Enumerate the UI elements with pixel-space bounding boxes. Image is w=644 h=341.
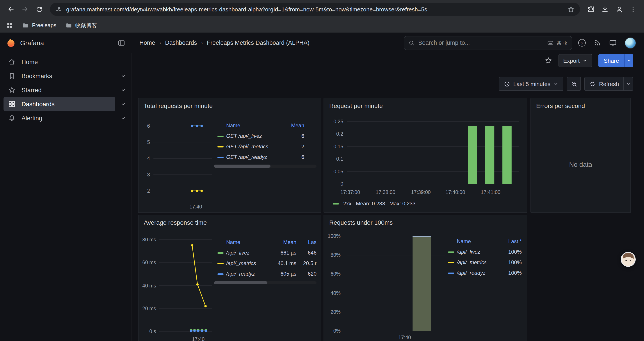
legend[interactable]: 2xx Mean: 0.233 Max: 0.233 [333,201,416,207]
refresh-interval-button[interactable] [624,77,633,91]
zoom-out-icon [571,81,577,87]
search-placeholder: Search or jump to... [418,40,470,46]
monitor-icon[interactable] [609,39,617,47]
share-menu-button[interactable] [624,54,633,67]
legend-table: Name Last * /api/_livez 100% /api/_metri… [444,236,522,278]
sidebar-item-alerting[interactable]: Alerting [0,111,131,125]
legend-row[interactable]: /api/_readyz 100% [444,268,522,278]
chevron-down-icon[interactable] [115,97,131,111]
help-icon[interactable]: ? [578,39,586,47]
bookmark-star-icon[interactable] [567,6,575,13]
profile-icon[interactable] [612,3,626,16]
panel-title[interactable]: Errors per second [531,98,630,109]
address-bar[interactable]: grafana.mathmast.com/d/deytv4rwavabkb/fr… [50,3,580,16]
legend-scrollbar[interactable] [214,165,316,168]
zoom-out-button[interactable] [567,77,581,91]
legend-header-row: Name Mean Las [214,237,316,247]
chevron-down-icon [554,81,559,87]
legend-row[interactable]: /api/_livez 661 µs 646 [214,247,316,258]
chart-average-response-time[interactable]: 80 ms60 ms40 ms20 ms0 s17:40 [138,234,214,341]
user-avatar[interactable] [625,37,636,49]
refresh-button[interactable]: Refresh [584,77,624,91]
chevron-down-icon[interactable] [115,111,131,125]
chevron-down-icon[interactable] [115,83,131,97]
sidebar-item-home[interactable]: Home [0,55,131,69]
bookmark-freeleaps[interactable]: Freeleaps [22,22,56,29]
sidebar-toggle-icon[interactable] [118,39,126,47]
chevron-down-icon [582,58,588,63]
breadcrumb-dashboards[interactable]: Dashboards [165,40,197,46]
legend-header-last[interactable]: Las [296,239,316,245]
folder-icon [22,22,29,29]
series-color-dash [448,272,454,274]
panel-title[interactable]: Requests under 100ms [324,215,527,226]
series-color-dash [448,251,454,253]
breadcrumb-home[interactable]: Home [140,40,155,46]
url-text: grafana.mathmast.com/d/deytv4rwavabkb/fr… [66,6,563,13]
legend-row[interactable]: GET /api/_readyz 6 [214,152,316,162]
menu-kebab-icon[interactable] [626,3,640,16]
downloads-icon[interactable] [598,3,612,16]
legend-header-name[interactable]: Name [448,238,500,244]
series-color-dash [448,262,454,263]
browser-toolbar: grafana.mathmast.com/d/deytv4rwavabkb/fr… [0,0,644,19]
panel-title[interactable]: Request per minute [324,98,527,109]
panel-average-response-time: Average response time 80 ms60 ms40 ms20 … [138,215,321,341]
legend-header-last[interactable]: Last * [500,238,522,244]
dashboard-actions: Export Share [544,54,633,67]
legend-header-mean[interactable]: Mean [271,239,296,245]
bookmark-blog[interactable]: 收藏博客 [65,22,97,29]
site-settings-icon[interactable] [55,6,62,13]
legend-max: Max: 0.233 [390,201,416,207]
bookmark-label: 收藏博客 [75,22,97,29]
panel-request-per-minute: Request per minute 0.250.20.150.10.05017… [324,98,528,213]
export-button[interactable]: Export [558,54,592,67]
back-button[interactable] [4,3,18,16]
legend-row[interactable]: /api/_livez 100% [444,247,522,257]
sidebar-item-label: Dashboards [22,101,54,108]
home-icon [8,58,16,66]
grafana-logo[interactable] [6,38,16,48]
legend-row[interactable]: /api/_readyz 605 µs 620 [214,269,316,279]
legend-row[interactable]: GET /api/_metrics 2 [214,141,316,152]
legend-row[interactable]: /api/_metrics 100% [444,257,522,268]
panel-title[interactable]: Average response time [138,215,321,226]
sidebar-item-bookmarks[interactable]: Bookmarks [0,69,131,83]
chart-requests-under-100ms[interactable]: 100%80%60%40%20%0%17:40 [324,234,451,341]
no-data-message: No data [531,161,630,168]
forward-button[interactable] [18,3,32,16]
legend-row[interactable]: /api/_metrics 40.1 ms 20.5 r [214,258,316,269]
series-color-dash [218,273,224,274]
extensions-icon[interactable] [584,3,598,16]
sidebar-item-dashboards[interactable]: Dashboards [0,97,131,111]
scrollbar-thumb[interactable] [214,281,267,284]
bookmark-icon [8,72,16,80]
legend-header-row: Name Mean [214,120,316,131]
legend-row[interactable]: GET /api/_livez 6 [214,131,316,141]
chart-request-per-minute[interactable]: 0.250.20.150.10.05017:37:0017:38:0017:39… [324,118,528,199]
favorite-star-icon[interactable] [544,57,552,65]
legend-header-name[interactable]: Name [218,239,271,245]
breadcrumb-separator: › [159,40,161,46]
share-button[interactable]: Share [599,54,624,67]
chevron-down-icon[interactable] [115,69,131,83]
series-color-dash [218,135,224,137]
legend-scrollbar[interactable] [214,281,316,284]
panel-errors-per-second: Errors per second No data [530,98,631,213]
series-color-dash [333,203,339,204]
panel-title[interactable]: Total requests per minute [138,98,321,109]
search-input[interactable]: Search or jump to... ⌘+k [404,36,572,50]
time-range-picker[interactable]: Last 5 minutes [499,77,564,91]
apps-grid-icon[interactable] [6,22,13,29]
search-icon [408,40,415,46]
sidebar-item-label: Home [22,58,38,65]
sidebar-item-starred[interactable]: Starred [0,83,131,97]
reload-button[interactable] [32,3,46,16]
chart-total-requests[interactable]: 6543217:40 [138,118,214,212]
legend-header-mean[interactable]: Mean [277,122,316,129]
assistant-avatar[interactable] [621,252,636,267]
scrollbar-thumb[interactable] [214,165,270,168]
star-icon [8,86,16,94]
legend-header-name[interactable]: Name [218,122,277,129]
news-rss-icon[interactable] [594,39,601,47]
